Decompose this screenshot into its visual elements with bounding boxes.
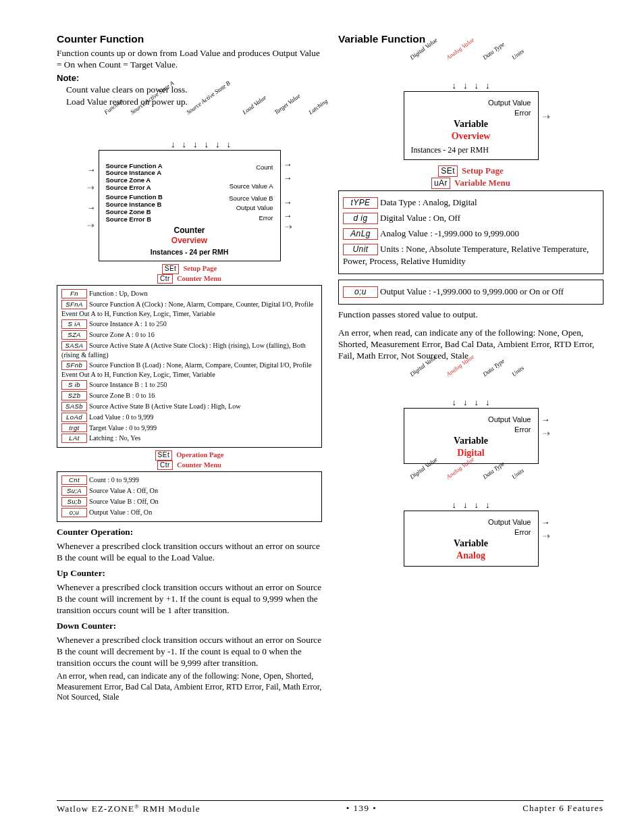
footer-right: Chapter 6 Features: [522, 803, 603, 815]
page-number: • 139 •: [346, 803, 377, 815]
counter-function-section: Counter Function Function counts up or d…: [57, 32, 322, 706]
counter-overview-diagram: Function Source Active State A Source Ac…: [99, 140, 281, 262]
variable-analog-diagram: Digital Value Analog Value Data Type Uni…: [404, 500, 539, 567]
counter-title: Counter Function: [57, 32, 322, 46]
counter-menu-link: Ctr Counter Menu: [57, 274, 322, 284]
setup-page-link: SEt Setup Page: [57, 264, 322, 274]
page-footer: Watlow EZ-ZONE® RMH Module • 139 • Chapt…: [57, 800, 603, 815]
arrow-down-icon: ↓: [171, 140, 176, 149]
note-label: Note:: [57, 73, 322, 84]
variable-oper-params: o;uOutput Value : -1,999.000 to 9,999.00…: [338, 280, 603, 305]
note1: Count value clears on power loss.: [66, 84, 322, 95]
variable-setup-params: tYPEData Type : Analog, Digital d igDigi…: [338, 190, 603, 274]
arrow-right-icon: →: [87, 165, 96, 174]
down-counter-title: Down Counter:: [57, 620, 322, 631]
counter-desc: Function counts up or down from Load Val…: [57, 47, 322, 70]
footer-left: Watlow EZ-ZONE® RMH Module: [57, 803, 200, 815]
counter-oper-params: CntCount : 0 to 9,999 Su;ASource Value A…: [57, 471, 322, 522]
variable-function-section: Variable Function Digital Value Analog V…: [338, 32, 603, 706]
variable-digital-diagram: Digital Value Analog Value Data Type Uni…: [404, 398, 539, 464]
counter-setup-params: FnFunction : Up, Down SFnASource Functio…: [57, 285, 322, 448]
variable-overview-diagram: Digital Value Analog Value Data Type Uni…: [404, 81, 539, 160]
registered-icon: ®: [134, 803, 140, 810]
up-counter-title: Up Counter:: [57, 567, 322, 579]
operation-page-link: SEt Operation Page: [57, 450, 322, 461]
counter-op-title: Counter Operation:: [57, 526, 322, 538]
